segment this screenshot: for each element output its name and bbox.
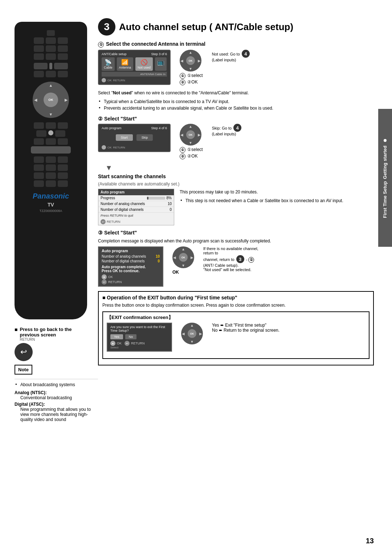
- progress-bar-outer: [147, 197, 165, 200]
- remote-btn-18[interactable]: [46, 122, 56, 129]
- result-message: Auto program completed. Press OK to cont…: [102, 265, 160, 273]
- note-box: Note: [15, 365, 32, 375]
- sub1-content: ANT/Cable setup Step 3 of 6 📡 Cable 📶 An…: [98, 50, 374, 85]
- circle-2-small: ②: [180, 79, 185, 85]
- remote-btn-34[interactable]: [34, 180, 44, 187]
- digital-heading: Digital (ATSC):: [15, 402, 98, 407]
- remote-btn-8[interactable]: [34, 53, 44, 60]
- about-broadcasting: About broadcasting systems: [15, 381, 98, 388]
- result-ok-icon: ●: [102, 274, 107, 279]
- remote-btn-35[interactable]: [46, 180, 56, 187]
- sub-section-3: ③ Select "Start" Completion message is d…: [98, 230, 374, 287]
- operation-body: Press the button once to display confirm…: [102, 302, 369, 308]
- dpad-small-ring: ▲ ▼ ◀ ▶ OK: [180, 50, 201, 71]
- circle-1-ref: ①: [248, 257, 254, 263]
- dpad-s4-left: ◀: [182, 332, 185, 336]
- remote-btn-25[interactable]: [34, 156, 44, 163]
- remote-wide-btn-1[interactable]: [31, 146, 71, 154]
- scanning-content: Auto program Progress 8% Number of analo…: [98, 189, 374, 225]
- progress-bar-inner: [147, 197, 148, 200]
- remote-btn-27[interactable]: [58, 156, 68, 163]
- exit-no-btn[interactable]: No: [125, 334, 137, 339]
- screen-item-cable: 📡 Cable: [102, 57, 115, 71]
- dpad-small-4: ▲ ▼ ◀ ▶ OK: [181, 323, 203, 344]
- dpad-s2-right: ▶: [198, 133, 201, 137]
- page-number: 13: [366, 537, 374, 545]
- dpad-left-arrow[interactable]: ◀: [34, 98, 37, 102]
- screen-item-tv: 📺: [155, 57, 167, 71]
- dpad-s2-up: ▲: [189, 124, 192, 128]
- remote-btn-15[interactable]: [46, 71, 56, 77]
- sub1-bullet1: Typical when a Cable/Satellite box is co…: [98, 98, 374, 105]
- result-analog-row: Number of analog channels 10: [102, 254, 160, 258]
- sub4-content: Auto program Number of analog channels 1…: [98, 246, 374, 287]
- dpad-down-arrow[interactable]: ▼: [49, 112, 53, 116]
- sub-section-2: ② Select "Start" Auto program Step 4 of …: [98, 116, 374, 225]
- dpad-s1-right: ▶: [198, 59, 201, 63]
- auto-program-screen: Auto program Step 4 of 6 Start Skip OK: [98, 124, 171, 152]
- screen2-start-btn: Start: [116, 134, 133, 141]
- remote-btn-30[interactable]: [58, 164, 68, 171]
- main-content: 3 Auto channel setup ( ANT/Cable setup) …: [98, 18, 374, 369]
- remote-btn-4[interactable]: [58, 37, 68, 44]
- exit-ok-icon: ●: [110, 341, 115, 346]
- remote-btn-28[interactable]: [34, 164, 44, 171]
- remote-btn-7[interactable]: [58, 45, 68, 52]
- ant-cable-screen: ANT/Cable setup Step 3 of 6 📡 Cable 📶 An…: [98, 50, 171, 85]
- remote-btn-21[interactable]: [55, 130, 65, 137]
- remote-btn-16[interactable]: [58, 71, 68, 77]
- return-button-graphic[interactable]: ↩: [15, 343, 33, 361]
- exit-results: Yes ➨ Exit "First time setup" No ➨ Retur…: [212, 323, 279, 333]
- remote-btn-32[interactable]: [46, 172, 56, 179]
- remote-btn-6[interactable]: [46, 45, 56, 52]
- remote-dpad[interactable]: ▲ ▼ ◀ ▶ OK: [33, 82, 69, 118]
- dpad-s3-up: ▲: [181, 247, 185, 251]
- screen2-footer-icon: [102, 145, 106, 150]
- dpad-s1-ok: OK: [186, 56, 195, 65]
- remote-btn-1[interactable]: [47, 30, 55, 36]
- dpad-up-arrow[interactable]: ▲: [49, 83, 53, 87]
- remote-model: TZZ00000008A: [40, 209, 62, 213]
- return-heading-text2: previous screen: [20, 332, 72, 338]
- remote-btn-31[interactable]: [34, 172, 44, 179]
- dpad-s2-ring: ▲ ▼ ◀ ▶ OK: [180, 124, 201, 146]
- remote-btn-10[interactable]: [58, 53, 68, 60]
- remote-btn-2[interactable]: [34, 37, 44, 44]
- dpad-right-arrow[interactable]: ▶: [65, 98, 68, 102]
- remote-btn-19[interactable]: [58, 122, 68, 129]
- remote-btn-12[interactable]: [49, 63, 52, 69]
- left-panel: ■ Press to go back to the previous scree…: [15, 327, 98, 422]
- remote-btn-23[interactable]: [46, 138, 56, 145]
- remote-btn-9[interactable]: [46, 53, 56, 60]
- sub1-select-label: ① ①select: [180, 73, 203, 79]
- remote-control: ▲ ▼ ◀ ▶ OK Pa: [15, 22, 87, 319]
- remote-btn-3[interactable]: [46, 37, 56, 44]
- dpad-small-2: ▲ ▼ ◀ ▶ OK: [180, 124, 201, 146]
- step-circle: 3: [98, 18, 115, 36]
- remote-btn-33[interactable]: [58, 172, 68, 179]
- remote-btn-20[interactable]: [36, 130, 46, 137]
- dpad-ok-button[interactable]: OK: [44, 93, 58, 107]
- press-return-label: Press RETURN to quit: [98, 213, 174, 218]
- dpad-s2-left: ◀: [180, 133, 183, 137]
- result-screen: Auto program Number of analog channels 1…: [98, 246, 163, 287]
- remote-btn-36[interactable]: [58, 180, 68, 187]
- not-used-note: Not used: Go to 4 (Label inputs): [212, 50, 250, 62]
- result-return-icon: ↩: [102, 279, 107, 285]
- remote-btn-26[interactable]: [46, 156, 56, 163]
- remote-btn-13[interactable]: [54, 63, 68, 69]
- remote-btn-11[interactable]: [34, 63, 48, 69]
- remote-btn-24[interactable]: [58, 138, 68, 145]
- sub1-screen: ANT/Cable setup Step 3 of 6 📡 Cable 📶 An…: [98, 50, 171, 85]
- remote-btn-22[interactable]: [34, 138, 44, 145]
- exit-conf-box: 【EXIT confirmation screen】 Are you sure …: [102, 311, 369, 359]
- remote-btn-29[interactable]: [46, 164, 56, 171]
- remote-btn-17[interactable]: [34, 122, 44, 129]
- remote-type: TV: [48, 202, 54, 208]
- exit-yes-btn[interactable]: Yes: [110, 334, 123, 339]
- remote-btn-5[interactable]: [34, 45, 44, 52]
- progress-title: Auto program: [98, 189, 174, 195]
- analog-heading: Analog (NTSC):: [15, 390, 98, 395]
- circle-sub2-2: ②: [180, 154, 185, 159]
- remote-btn-14[interactable]: [34, 71, 44, 77]
